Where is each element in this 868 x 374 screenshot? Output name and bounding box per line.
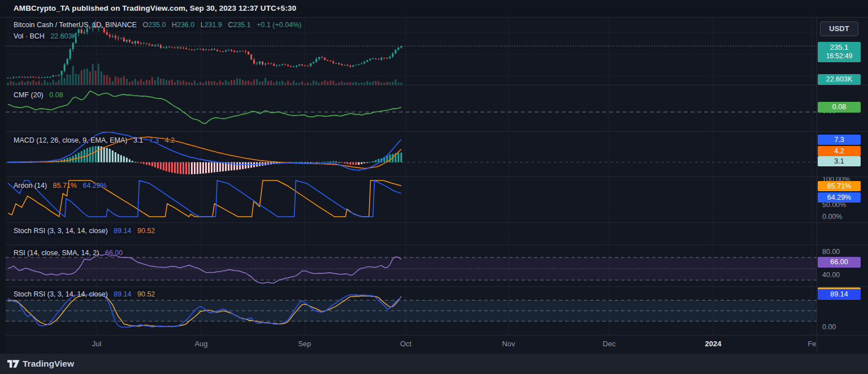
tradingview-logo-icon[interactable] — [7, 360, 20, 368]
footer-bar: TradingView — [0, 354, 868, 374]
divider — [0, 17, 868, 18]
volume-value: 22.603K — [50, 32, 77, 40]
time-label: Nov — [502, 336, 515, 352]
macd-hist-value: 3.1 — [133, 136, 143, 144]
macd-line-value: 7.3 — [149, 136, 159, 144]
publish-banner: AMBCrypto_TA published on TradingView.co… — [0, 0, 868, 17]
ohlc-high-value: 236.0 — [177, 21, 194, 29]
rsi-legend: RSI (14, close, SMA, 14, 2) 66.00 — [14, 249, 123, 257]
symbol-title: Bitcoin Cash / TetherUS, 1D, BINANCE — [14, 21, 137, 29]
currency-toggle-button[interactable]: USDT — [820, 22, 858, 36]
volume-badge: 22.603K — [818, 74, 861, 85]
price-legend: Bitcoin Cash / TetherUS, 1D, BINANCE O23… — [14, 21, 301, 29]
time-label: Fe — [808, 336, 816, 352]
time-scale[interactable]: JulAugSepOctNovDec2024Fe — [6, 335, 868, 353]
cmf-value-badge: 0.08 — [818, 102, 861, 113]
pane-separator[interactable] — [6, 244, 868, 245]
publish-banner-text: AMBCrypto_TA published on TradingView.co… — [14, 0, 296, 17]
time-label: Sep — [298, 336, 311, 352]
rsi-80-axis-label: 80.00 — [822, 247, 840, 256]
stoch-0-axis-label: 0.00 — [822, 323, 836, 332]
aroon-down-value: 64.29% — [83, 182, 106, 190]
stoch-rsi2-k-value: 89.14 — [114, 290, 131, 298]
scale-border — [817, 17, 817, 352]
price-scale[interactable]: 235.1 16:52:49 22.603K 0.00 0.08 7.3 4.2… — [817, 17, 868, 335]
ohlc-open-key: O — [142, 21, 148, 29]
tradingview-brand-text[interactable]: TradingView — [23, 354, 74, 374]
macd-signal-value: 4.2 — [165, 136, 175, 144]
bar-countdown: 16:52:49 — [818, 52, 861, 61]
pane-separator[interactable] — [6, 131, 868, 132]
volume-legend: Vol · BCH 22.603K — [14, 32, 77, 40]
aroon-up-badge: 85.71% — [818, 181, 861, 191]
cmf-value: 0.08 — [49, 91, 63, 99]
rsi-title: RSI (14, close, SMA, 14, 2) — [14, 249, 99, 257]
cmf-title: CMF (20) — [14, 91, 44, 99]
stoch-rsi2-title: Stoch RSI (3, 3, 14, 14, close) — [14, 290, 108, 298]
time-label: Jul — [92, 336, 102, 352]
macd-line-badge: 7.3 — [818, 135, 861, 145]
rsi-value: 66.00 — [105, 249, 123, 257]
stoch-rsi-collapsed-legend: Stoch RSI (3, 3, 14, 14, close) 89.14 90… — [14, 227, 155, 235]
pane-separator[interactable] — [6, 177, 868, 177]
last-price-badge: 235.1 16:52:49 — [818, 42, 861, 62]
aroon-0-axis-label: 0.00% — [822, 212, 842, 221]
macd-signal-badge: 4.2 — [818, 146, 861, 156]
stoch-rsi2-d-value: 90.52 — [137, 290, 155, 298]
stoch-rsi-d-value: 90.52 — [137, 227, 155, 235]
ohlc-close-value: 235.1 — [233, 21, 250, 29]
aroon-legend: Aroon (14) 85.71% 64.29% — [14, 182, 107, 190]
rsi-40-axis-label: 40.00 — [822, 270, 840, 280]
ohlc-low-key: L — [201, 21, 205, 29]
change-value: +0.1 (+0.04%) — [257, 21, 301, 29]
tradingview-published-chart: AMBCrypto_TA published on TradingView.co… — [0, 0, 868, 374]
time-label: Oct — [400, 336, 411, 352]
macd-hist-badge: 3.1 — [818, 156, 861, 166]
volume-title: Vol · BCH — [14, 32, 45, 40]
pane-separator[interactable] — [6, 85, 868, 85]
rsi-value-badge: 66.00 — [818, 257, 861, 268]
stoch-rsi-legend: Stoch RSI (3, 3, 14, 14, close) 89.14 90… — [14, 290, 155, 298]
time-label: Dec — [602, 336, 615, 352]
aroon-up-value: 85.71% — [53, 182, 77, 190]
stoch-k-badge: 89.14 — [818, 289, 861, 300]
chart-canvas[interactable] — [6, 17, 817, 335]
chart-plot-area[interactable]: Bitcoin Cash / TetherUS, 1D, BINANCE O23… — [6, 17, 817, 335]
ohlc-high-key: H — [172, 21, 177, 29]
aroon-title: Aroon (14) — [14, 182, 47, 190]
time-label: Aug — [194, 336, 207, 352]
ohlc-open-value: 235.0 — [148, 21, 166, 29]
pane-separator[interactable] — [6, 286, 868, 287]
last-price-value: 235.1 — [818, 43, 861, 52]
pane-separator[interactable] — [6, 222, 868, 223]
macd-legend: MACD (12, 26, close, 9, EMA, EMA) 3.1 7.… — [14, 136, 175, 144]
macd-title: MACD (12, 26, close, 9, EMA, EMA) — [14, 136, 127, 144]
stoch-rsi-title: Stoch RSI (3, 3, 14, 14, close) — [14, 227, 108, 235]
ohlc-low-value: 231.9 — [205, 21, 222, 29]
time-label: 2024 — [705, 336, 722, 352]
cmf-legend: CMF (20) 0.08 — [14, 91, 63, 99]
aroon-down-badge: 64.29% — [818, 192, 861, 203]
stoch-rsi-k-value: 89.14 — [114, 227, 131, 235]
